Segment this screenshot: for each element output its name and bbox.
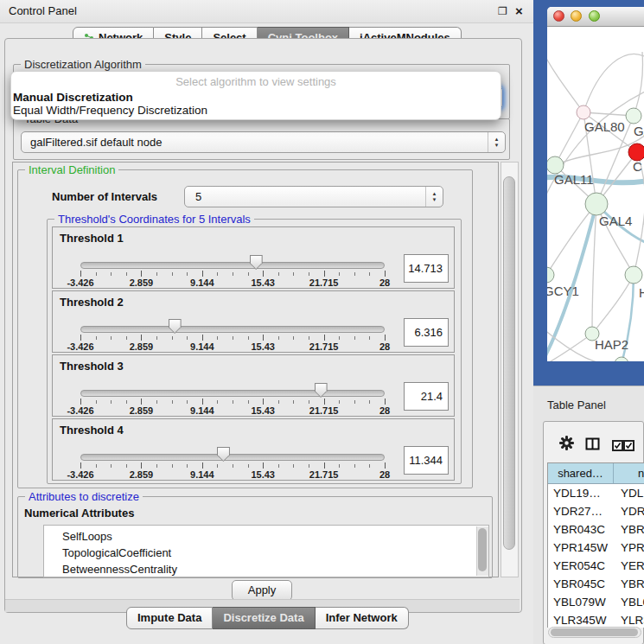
close-traffic-light-icon[interactable] — [553, 10, 564, 22]
threshold-value-field[interactable] — [404, 318, 449, 347]
network-node[interactable] — [628, 143, 644, 161]
network-node[interactable] — [577, 105, 590, 119]
network-edge — [583, 54, 644, 112]
zoom-traffic-light-icon[interactable] — [589, 10, 600, 22]
node-label: GAL4 — [599, 214, 632, 228]
table-row[interactable]: YBR045CYBR0 — [548, 575, 644, 593]
table-row[interactable]: YER054CYER0 — [548, 557, 644, 575]
table-cell[interactable]: YPR145W — [548, 539, 614, 557]
algorithm-option[interactable]: Equal Width/Frequency Discretization — [13, 104, 207, 117]
slider-ticks — [80, 271, 385, 277]
scrollbar-thumb[interactable] — [478, 528, 487, 571]
tab-infer-network[interactable]: Infer Network — [316, 607, 409, 629]
combo-arrows-icon[interactable]: ▲▼ — [425, 187, 443, 207]
threshold-value-field[interactable] — [404, 254, 449, 283]
table-row[interactable]: YBR043CYBR0 — [548, 520, 644, 539]
table-cell[interactable]: YER0 — [614, 557, 644, 575]
table-cell[interactable]: YBR043C — [548, 520, 614, 539]
network-node[interactable] — [626, 108, 641, 124]
node-label: HAP2 — [595, 337, 628, 352]
tab-impute-data[interactable]: Impute Data — [126, 607, 213, 629]
checkbox-icon[interactable] — [623, 440, 634, 451]
algorithm-option[interactable]: Manual Discretization — [13, 91, 133, 104]
network-node[interactable] — [585, 193, 608, 215]
network-edge — [547, 52, 583, 112]
algorithm-dropdown-popup: Select algorithm to view settings Manual… — [10, 71, 501, 120]
network-node[interactable] — [547, 156, 564, 174]
threshold-panel: Threshold 1 -3.4262.8599.14415.4321.7152… — [52, 226, 455, 289]
table-row[interactable]: YLR345WYLR3 — [548, 611, 644, 628]
table-cell[interactable]: YDL1 — [614, 484, 644, 502]
table-panel-region: Table Panel — [533, 386, 644, 644]
node-table: shared… na YDL19…YDL1YDR27…YDR2YBR043CYB… — [547, 462, 644, 628]
tab-discretize-data[interactable]: Discretize Data — [213, 607, 315, 629]
checkbox-icon[interactable] — [612, 440, 623, 451]
column-header[interactable]: shared… — [548, 463, 614, 483]
network-window: GAL80GACGAL11GAL4GCY1HHAP2 — [547, 7, 644, 361]
network-canvas[interactable]: GAL80GACGAL11GAL4GCY1HHAP2 — [547, 26, 644, 361]
table-cell[interactable]: YPR1 — [614, 539, 644, 557]
table-data-combobox[interactable]: galFiltered.sif default node ▲▼ — [21, 131, 506, 153]
table-cell[interactable]: YLR345W — [548, 611, 614, 628]
attributes-scrollbar[interactable] — [476, 526, 488, 576]
network-edge — [547, 204, 596, 275]
table-cell[interactable]: YBL0 — [614, 593, 644, 611]
network-node[interactable] — [625, 266, 642, 284]
network-node[interactable] — [615, 357, 628, 361]
table-cell[interactable]: YBR045C — [548, 575, 614, 593]
network-graph: GAL80GACGAL11GAL4GCY1HHAP2 — [547, 26, 644, 361]
node-label: H — [639, 285, 644, 300]
vertical-scrollbar[interactable] — [501, 162, 519, 577]
table-cell[interactable]: YBR0 — [614, 520, 644, 539]
attribute-item[interactable]: BetweennessCentrality — [62, 561, 488, 577]
slider-track[interactable] — [80, 390, 385, 397]
close-icon[interactable]: × — [515, 0, 523, 22]
column-header[interactable]: na — [614, 463, 644, 483]
threshold-label: Threshold 3 — [60, 360, 124, 373]
table-cell[interactable]: YLR3 — [614, 611, 644, 628]
table-row[interactable]: YPR145WYPR1 — [548, 539, 644, 557]
table-panel-box: shared… na YDL19…YDL1YDR27…YDR2YBR043CYB… — [543, 421, 644, 644]
node-label: GAL80 — [584, 119, 625, 134]
cyni-bottom-tabs: Impute DataDiscretize DataInfer Network — [126, 607, 409, 629]
threshold-panel: Threshold 4 -3.4262.8599.14415.4321.7152… — [52, 418, 455, 481]
panel-title: Control Panel — [9, 0, 77, 22]
apply-button[interactable]: Apply — [232, 580, 292, 601]
slider-ticks — [80, 399, 385, 405]
table-cell[interactable]: YER054C — [548, 557, 614, 575]
scrollbar-thumb[interactable] — [551, 628, 638, 636]
scrollbar-thumb[interactable] — [503, 176, 515, 550]
float-window-icon[interactable]: ❐ — [498, 0, 507, 22]
table-cell[interactable]: YDR2 — [614, 502, 644, 520]
table-cell[interactable]: YDR27… — [548, 502, 614, 520]
slider-track[interactable] — [80, 454, 385, 461]
threshold-panel: Threshold 2 -3.4262.8599.14415.4321.7152… — [52, 290, 455, 353]
minimize-traffic-light-icon[interactable] — [571, 10, 582, 22]
slider-track[interactable] — [80, 326, 385, 333]
attribute-item[interactable]: SelfLoops — [62, 528, 488, 545]
table-row[interactable]: YDL19…YDL1 — [548, 484, 644, 502]
node-label: GA — [634, 124, 644, 138]
number-of-intervals-combobox[interactable]: 5 ▲▼ — [184, 186, 443, 207]
network-window-titlebar[interactable] — [547, 7, 644, 27]
table-row[interactable]: YDR27…YDR2 — [548, 502, 644, 520]
table-cell[interactable]: YBL079W — [548, 593, 614, 611]
thresholds-group-title: Threshold's Coordinates for 5 Intervals — [54, 213, 254, 226]
slider-ticks — [80, 462, 385, 469]
horizontal-scrollbar[interactable] — [548, 627, 641, 638]
split-columns-icon[interactable] — [585, 437, 600, 454]
combo-arrows-icon[interactable]: ▲▼ — [488, 132, 505, 152]
threshold-label: Threshold 2 — [60, 296, 124, 309]
table-panel-title: Table Panel — [547, 399, 606, 411]
node-label: GCY1 — [547, 284, 579, 298]
threshold-value-field[interactable] — [404, 382, 449, 411]
slider-ticks — [80, 335, 385, 341]
gear-icon[interactable] — [559, 436, 574, 454]
attribute-item[interactable]: TopologicalCoefficient — [62, 545, 488, 561]
table-row[interactable]: YBL079WYBL0 — [548, 593, 644, 611]
threshold-value-field[interactable] — [404, 446, 449, 475]
table-cell[interactable]: YDL19… — [548, 484, 614, 502]
network-node[interactable] — [547, 267, 554, 283]
table-cell[interactable]: YBR0 — [614, 575, 644, 593]
slider-track[interactable] — [80, 262, 385, 269]
